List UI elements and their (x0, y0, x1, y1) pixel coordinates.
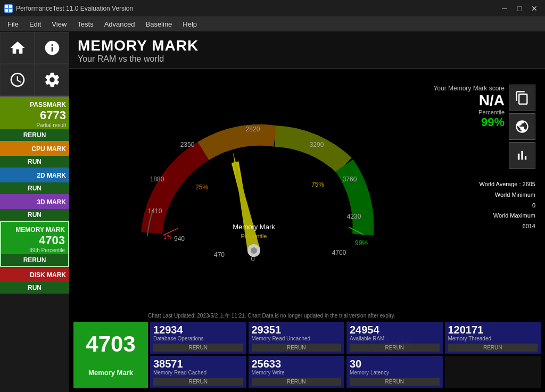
svg-rect-1 (9, 5, 12, 8)
main-score-label: Memory Mark (88, 369, 133, 377)
svg-text:99%: 99% (355, 239, 368, 247)
stat-mem-latency-rerun[interactable]: RERUN (350, 378, 440, 386)
memory-rerun-btn[interactable]: RERUN (1, 254, 68, 266)
close-button[interactable]: ✕ (528, 3, 541, 14)
stat-mem-threaded-rerun[interactable]: RERUN (448, 344, 538, 352)
gauge-svg: 0 470 940 1410 1880 2350 2820 3290 3760 … (121, 107, 387, 266)
percentile-label: Percentile (433, 109, 505, 115)
score-panel: Your Memory Mark score N/A Percentile 99… (433, 74, 540, 305)
titlebar: PerformanceTest 11.0 Evaluation Version … (0, 0, 545, 17)
stat-mem-read-uncached: 29351 Memory Read Uncached RERUN (249, 322, 345, 354)
sidebar-passmark[interactable]: PASSMARK 6773 Partial result RERUN (0, 97, 69, 141)
svg-text:Memory Mark: Memory Mark (233, 223, 275, 231)
minimize-button[interactable]: ─ (498, 3, 511, 14)
app-icon (4, 4, 13, 13)
info-icon-btn[interactable] (35, 32, 69, 64)
gauge-container: 0 470 940 1410 1880 2350 2820 3290 3760 … (75, 74, 433, 305)
svg-rect-3 (9, 9, 12, 12)
score-value: N/A (433, 92, 505, 109)
menu-file[interactable]: File (2, 18, 24, 30)
maximize-button[interactable]: □ (513, 3, 526, 14)
world-avg-label: World Average : (480, 181, 521, 187)
passmark-rerun-btn[interactable]: RERUN (0, 129, 69, 141)
svg-text:4230: 4230 (347, 213, 361, 220)
main-score-value: 4703 (86, 333, 135, 355)
stat-mem-latency: 30 Memory Latency RERUN (346, 356, 443, 388)
cpu-run-btn[interactable]: RUN (0, 156, 69, 168)
world-min-label: World Minimum (495, 191, 535, 198)
menu-edit[interactable]: Edit (24, 18, 46, 30)
stat-mem-read-uncached-rerun[interactable]: RERUN (252, 344, 342, 352)
disk-label: DISK MARK (0, 269, 69, 279)
svg-text:1880: 1880 (150, 176, 164, 183)
menu-view[interactable]: View (46, 18, 72, 30)
gauge-svg-wrap: 0 470 940 1410 1880 2350 2820 3290 3760 … (121, 107, 387, 272)
stat-mem-read-uncached-value: 29351 (252, 324, 342, 336)
stat-db-ops: 12934 Database Operations RERUN (150, 322, 246, 354)
sidebar-3d[interactable]: 3D MARK RUN (0, 194, 69, 221)
window-controls: ─ □ ✕ (498, 3, 541, 14)
passmark-score: 6773 (0, 109, 69, 122)
stat-mem-write-name: Memory Write (252, 370, 342, 377)
score-icons (509, 85, 535, 169)
chart-note: Chart Last Updated: 2023/5/2 上午 11:21. C… (73, 312, 541, 320)
score-label: Your Memory Mark score (433, 85, 505, 92)
svg-text:75%: 75% (311, 181, 324, 188)
stat-db-ops-value: 12934 (153, 324, 243, 336)
stat-db-ops-rerun[interactable]: RERUN (153, 344, 243, 352)
memory-score: 4703 (1, 233, 68, 247)
score-stats: World Average : 2605 World Minimum 0 Wor… (480, 179, 535, 232)
svg-point-22 (251, 247, 257, 254)
content-area: MEMORY MARK Your RAM vs the world (69, 32, 545, 392)
stat-avail-ram-value: 24954 (350, 324, 440, 336)
stat-mem-read-cached: 38571 Memory Read Cached RERUN (150, 356, 246, 388)
menubar: File Edit View Tests Advanced Baseline H… (0, 17, 545, 32)
home-icon-btn[interactable] (0, 32, 35, 64)
clock-icon-btn[interactable] (0, 64, 35, 96)
threed-run-btn[interactable]: RUN (0, 209, 69, 221)
sidebar-icon-grid (0, 32, 69, 97)
svg-text:2820: 2820 (246, 126, 260, 133)
stat-mem-write-value: 25633 (252, 358, 342, 370)
stat-mem-read-cached-rerun[interactable]: RERUN (153, 378, 243, 386)
stat-db-ops-name: Database Operations (153, 336, 243, 343)
twod-run-btn[interactable]: RUN (0, 182, 69, 194)
menu-tests[interactable]: Tests (72, 18, 98, 30)
copy-icon-btn[interactable] (509, 85, 535, 111)
stat-mem-read-cached-value: 38571 (153, 358, 243, 370)
menu-baseline[interactable]: Baseline (140, 18, 177, 30)
sidebar-2d[interactable]: 2D MARK RUN (0, 168, 69, 194)
stat-avail-ram: 24954 Available RAM RERUN (346, 322, 443, 354)
svg-rect-2 (5, 9, 8, 12)
svg-text:3760: 3760 (343, 176, 357, 183)
world-max-label: World Maximum (493, 212, 535, 219)
percentile-value: 99% (433, 115, 505, 129)
chart-area: 0 470 940 1410 1880 2350 2820 3290 3760 … (69, 69, 545, 310)
twod-label: 2D MARK (0, 170, 69, 179)
sidebar: PASSMARK 6773 Partial result RERUN CPU M… (0, 32, 69, 392)
stat-avail-ram-rerun[interactable]: RERUN (350, 344, 440, 352)
stat-mem-write-rerun[interactable]: RERUN (252, 378, 342, 386)
main-layout: PASSMARK 6773 Partial result RERUN CPU M… (0, 32, 545, 392)
globe-icon-btn[interactable] (509, 113, 535, 140)
bottom-area: Chart Last Updated: 2023/5/2 上午 11:21. C… (69, 310, 545, 392)
stat-mem-threaded-name: Memory Threaded (448, 336, 538, 343)
menu-advanced[interactable]: Advanced (99, 18, 141, 30)
svg-text:25%: 25% (195, 184, 208, 191)
sidebar-disk[interactable]: DISK MARK RUN (0, 267, 69, 294)
settings-icon-btn[interactable] (35, 64, 69, 96)
sidebar-cpu[interactable]: CPU MARK RUN (0, 141, 69, 168)
stat-mem-latency-name: Memory Latency (350, 370, 440, 377)
svg-text:940: 940 (174, 235, 185, 243)
stat-mem-threaded-value: 120171 (448, 324, 538, 336)
chart-icon-btn[interactable] (509, 142, 535, 169)
passmark-sub: Partial result (0, 122, 69, 128)
menu-help[interactable]: Help (177, 18, 202, 30)
sidebar-memory[interactable]: MEMORY MARK 4703 99th Percentile RERUN (0, 221, 69, 267)
svg-text:2350: 2350 (180, 141, 195, 148)
svg-text:Percentile: Percentile (241, 233, 267, 239)
memory-sub: 99th Percentile (1, 247, 68, 253)
svg-text:3290: 3290 (310, 141, 324, 148)
disk-run-btn[interactable]: RUN (0, 282, 69, 294)
cpu-label: CPU MARK (0, 143, 69, 153)
